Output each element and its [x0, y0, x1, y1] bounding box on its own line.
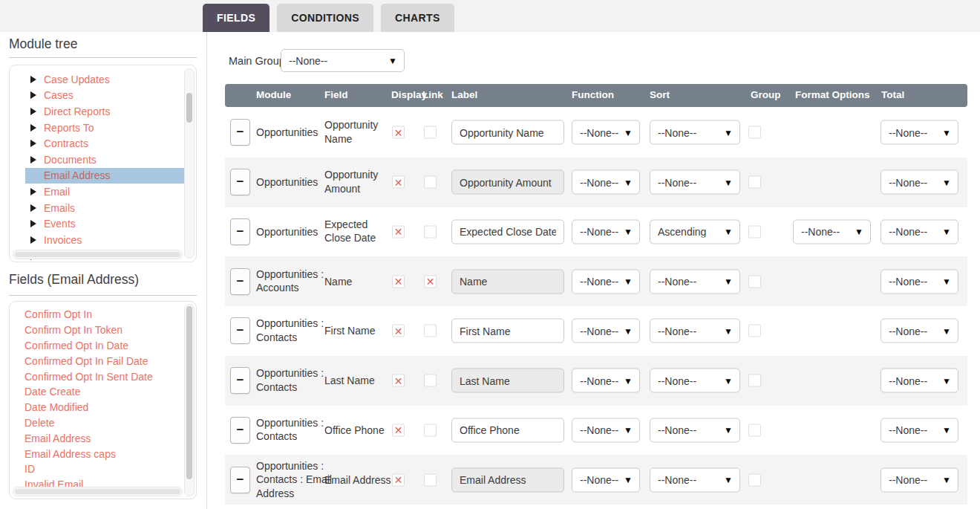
tree-expand-arrow-icon[interactable] [30, 220, 36, 227]
total-select[interactable]: --None-- [881, 369, 958, 393]
tree-item[interactable]: Direct Reports [10, 103, 185, 120]
display-checkbox[interactable] [392, 424, 405, 436]
tree-expand-arrow-icon[interactable] [30, 91, 36, 99]
link-checkbox[interactable] [424, 225, 437, 238]
fields-horizontal-thumb[interactable] [15, 489, 180, 494]
tree-item[interactable]: Invoices [10, 232, 185, 248]
group-checkbox[interactable] [748, 275, 761, 288]
link-checkbox[interactable] [424, 176, 437, 189]
fields-vertical-scrollbar[interactable] [184, 304, 195, 496]
total-select[interactable]: --None-- [881, 120, 958, 145]
label-input[interactable] [451, 170, 564, 195]
tree-item[interactable]: Emails [10, 200, 185, 216]
field-item[interactable]: ID [10, 461, 185, 477]
label-input[interactable] [451, 269, 564, 294]
remove-row-button[interactable] [230, 169, 250, 195]
group-checkbox[interactable] [748, 424, 761, 436]
tree-item[interactable]: Cases [10, 88, 185, 104]
label-input[interactable] [451, 369, 564, 393]
sort-select[interactable]: --None-- [650, 269, 740, 294]
tree-expand-arrow-icon[interactable] [30, 76, 36, 83]
tree-item[interactable]: Reports To [10, 120, 185, 136]
label-input[interactable] [451, 120, 564, 145]
sort-select[interactable]: Ascending [650, 219, 740, 244]
field-item[interactable]: Confirmed Opt In Sent Date [10, 369, 185, 384]
module-tree-vertical-scrollbar[interactable] [184, 68, 195, 259]
remove-row-button[interactable] [230, 119, 250, 146]
label-input[interactable] [451, 319, 564, 343]
fields-horizontal-scrollbar[interactable] [13, 487, 183, 496]
field-item[interactable]: Confirmed Opt In Fail Date [10, 353, 185, 369]
tree-item[interactable]: Email [10, 184, 185, 200]
tree-expand-arrow-icon[interactable] [30, 236, 36, 244]
display-checkbox[interactable] [392, 375, 405, 387]
tree-expand-arrow-icon[interactable] [30, 140, 36, 147]
tree-item[interactable]: Contracts [10, 135, 185, 152]
tree-expand-arrow-icon[interactable] [30, 108, 36, 115]
group-checkbox[interactable] [748, 126, 761, 139]
sort-select[interactable]: --None-- [650, 170, 740, 195]
sort-select[interactable]: --None-- [650, 369, 740, 393]
function-select[interactable]: --None-- [572, 120, 640, 145]
main-group-select[interactable]: --None-- [281, 49, 405, 72]
group-checkbox[interactable] [748, 176, 761, 189]
group-checkbox[interactable] [748, 225, 761, 238]
display-checkbox[interactable] [392, 126, 405, 139]
tree-item[interactable]: Events [10, 215, 185, 232]
display-checkbox[interactable] [392, 225, 405, 238]
tab-conditions[interactable]: CONDITIONS [277, 4, 373, 32]
tree-expand-arrow-icon[interactable] [30, 188, 36, 195]
display-checkbox[interactable] [392, 275, 405, 288]
function-select[interactable]: --None-- [572, 467, 640, 492]
format-options-select[interactable]: --None-- [793, 219, 871, 244]
tree-item[interactable]: Documents [10, 152, 185, 168]
link-checkbox[interactable] [424, 375, 437, 387]
total-select[interactable]: --None-- [881, 467, 958, 492]
function-select[interactable]: --None-- [572, 219, 640, 244]
display-checkbox[interactable] [392, 176, 405, 189]
tree-expand-arrow-icon[interactable] [30, 124, 36, 132]
link-checkbox[interactable] [424, 275, 437, 288]
total-select[interactable]: --None-- [881, 418, 958, 442]
link-checkbox[interactable] [424, 126, 437, 139]
module-tree-scrollbar-thumb[interactable] [186, 93, 192, 123]
field-item[interactable]: Email Address [10, 430, 185, 446]
tree-item-selected[interactable]: Email Address [25, 168, 185, 184]
field-item[interactable]: Delete [10, 415, 185, 431]
total-select[interactable]: --None-- [881, 219, 958, 244]
sort-select[interactable]: --None-- [650, 418, 740, 442]
field-item[interactable]: Date Modified [10, 400, 185, 415]
label-input[interactable] [451, 467, 564, 492]
module-tree-horizontal-thumb[interactable] [15, 252, 180, 257]
tab-fields[interactable]: FIELDS [203, 4, 270, 32]
display-checkbox[interactable] [392, 473, 405, 486]
label-input[interactable] [451, 418, 564, 442]
field-item[interactable]: Confirm Opt In [10, 307, 185, 322]
remove-row-button[interactable] [230, 218, 250, 245]
sort-select[interactable]: --None-- [650, 120, 740, 145]
function-select[interactable]: --None-- [572, 418, 640, 442]
module-tree-horizontal-scrollbar[interactable] [13, 250, 183, 259]
function-select[interactable]: --None-- [572, 170, 640, 195]
remove-row-button[interactable] [230, 367, 250, 394]
link-checkbox[interactable] [424, 325, 437, 337]
tree-expand-arrow-icon[interactable] [30, 204, 36, 212]
display-checkbox[interactable] [392, 325, 405, 337]
tree-item[interactable]: Case Updates [10, 71, 185, 88]
sort-select[interactable]: --None-- [650, 319, 740, 343]
total-select[interactable]: --None-- [881, 319, 958, 343]
remove-row-button[interactable] [230, 467, 250, 493]
sort-select[interactable]: --None-- [650, 467, 740, 492]
group-checkbox[interactable] [748, 473, 761, 486]
label-input[interactable] [451, 219, 564, 244]
function-select[interactable]: --None-- [572, 369, 640, 393]
remove-row-button[interactable] [230, 417, 250, 444]
link-checkbox[interactable] [424, 473, 437, 486]
group-checkbox[interactable] [748, 325, 761, 337]
fields-scrollbar-thumb[interactable] [186, 306, 192, 479]
total-select[interactable]: --None-- [881, 170, 958, 195]
total-select[interactable]: --None-- [881, 269, 958, 294]
tab-charts[interactable]: CHARTS [381, 4, 454, 32]
field-item[interactable]: Confirm Opt In Token [10, 322, 185, 338]
tree-expand-arrow-icon[interactable] [30, 156, 36, 163]
